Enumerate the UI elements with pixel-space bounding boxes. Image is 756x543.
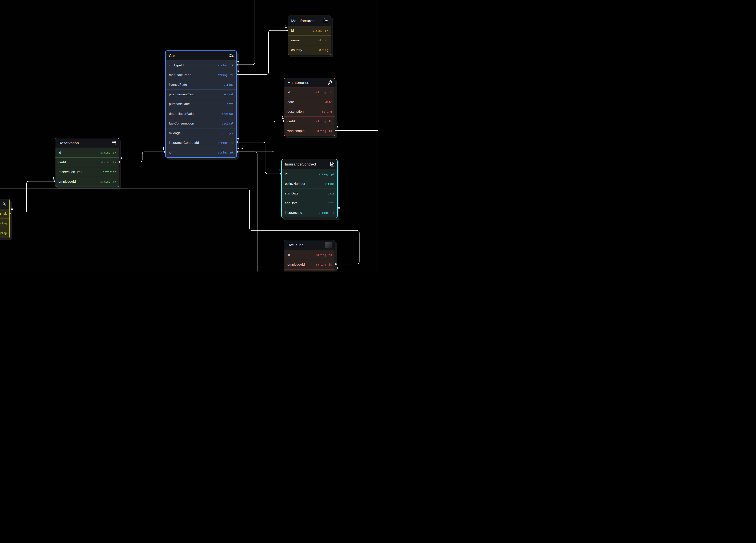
field-row-description[interactable]: descriptionstring [284,107,335,116]
field-type: stringfk [218,141,233,144]
calendar-icon [111,140,116,145]
cardinality-marker-many: * [237,60,239,65]
cardinality-marker-many: * [242,147,243,152]
entity-table-manufacturer[interactable]: Manufactureridstringpknamestringcountrys… [288,16,331,55]
table-header-car[interactable]: Car [166,51,236,60]
field-row-clipped[interactable]: string [0,218,9,228]
relationship-line-r-reservation-car[interactable] [120,152,164,162]
cardinality-marker-many: * [337,266,339,272]
entity-table-reservation[interactable]: ReservationidstringpkcarIdstringfkreserv… [55,138,119,187]
relationship-line-r-reservation-employee[interactable] [10,181,55,213]
field-row-clipped[interactable]: string [0,228,9,238]
field-name: procurementCost [169,92,195,96]
table-title: Refueling [287,243,304,247]
entity-table-refueling[interactable]: RefuelingidstringpkemployeeIdstringfk [284,240,335,272]
cardinality-marker-one: 1 [279,168,281,172]
entity-table-car[interactable]: CarcarTypeIdstringfkmanufacturerIdstring… [165,50,237,158]
field-type: stringfk [316,120,332,123]
field-row-id[interactable]: idstringpk [55,148,119,157]
relationship-line-r-manufacturer[interactable] [237,30,287,74]
field-name: id [285,172,287,176]
field-type: string [0,222,7,225]
field-row-country[interactable]: countrystring [288,45,331,55]
field-row-licensePlate[interactable]: licensePlatestring [166,80,236,89]
entity-table-insurance_contract[interactable]: InsuranceContractidstringpkpolicyNumbers… [281,159,338,218]
cardinality-marker-many: * [338,206,340,211]
table-header-insurance_contract[interactable]: InsuranceContract [282,159,337,169]
field-row-mileage[interactable]: mileageinteger [166,128,236,138]
field-name: id [58,151,61,155]
relationship-line-r-insurance[interactable] [237,142,281,174]
entity-table-maintenance[interactable]: Maintenanceidstringpkdatedatedescription… [284,78,335,136]
field-row-insuranceContractId[interactable]: insuranceContractIdstringfk [166,138,236,147]
fuel-placeholder-icon [325,242,332,248]
relationship-line-r-maintenance[interactable] [237,121,283,152]
field-row-employeeId[interactable]: employeeIdstringfk [55,177,119,186]
cardinality-marker-many: * [237,147,239,152]
field-type: decimal [222,122,233,125]
field-type: string [318,39,328,42]
field-type: string [324,182,334,185]
field-type: stringfk [316,129,332,133]
field-row-carTypeId[interactable]: carTypeIdstringfk [166,60,236,70]
field-name: endDate [285,201,297,205]
table-header-manufacturer[interactable]: Manufacturer [288,16,331,26]
cardinality-marker-many: * [121,157,123,162]
field-name: name [291,38,300,42]
field-name: startDate [285,191,298,195]
field-name: licensePlate [169,83,187,87]
field-row-id[interactable]: idstringpk [282,169,337,179]
entity-table-employee_partial[interactable]: stringpkstringstring [0,198,10,238]
table-header-maintenance[interactable]: Maintenance [284,78,335,87]
field-row-workshopId[interactable]: workshopIdstringfk [284,126,335,136]
field-name: id [291,29,294,33]
field-row-procurementCost[interactable]: procurementCostdecimal [166,89,236,99]
field-type: stringpk [218,151,233,154]
table-header-refueling[interactable]: Refueling [284,240,335,250]
field-row-policyNumber[interactable]: policyNumberstring [282,179,337,188]
car-icon [229,53,234,58]
field-row-clipped[interactable]: stringpk [0,209,9,218]
field-row-date[interactable]: datedate [284,97,335,107]
field-type: integer [222,132,233,135]
field-row-reservationTime[interactable]: reservationTimedatetime [55,167,119,177]
field-name: carId [287,119,295,123]
cardinality-marker-one: 1 [285,25,287,29]
field-row-manufacturerId[interactable]: manufacturerIdstringfk [166,70,236,80]
factory-icon [323,18,328,23]
field-row-employeeId[interactable]: employeeIdstringfk [284,260,335,269]
field-name: id [287,253,290,257]
field-type: stringpk [100,151,116,154]
field-type: decimal [222,93,233,96]
table-title: Reservation [58,141,79,145]
field-row-id[interactable]: idstringpk [288,26,331,35]
field-name: depreciationValue [169,112,195,116]
field-row-endDate[interactable]: endDatedate [282,198,337,208]
field-row-id[interactable]: idstringpk [166,147,236,157]
field-row-id[interactable]: idstringpk [284,250,335,260]
field-row-startDate[interactable]: startDatedate [282,188,337,198]
field-row-id[interactable]: idstringpk [284,87,335,97]
table-header-reservation[interactable]: Reservation [55,138,119,148]
field-row-carId[interactable]: carIdstringfk [284,116,335,126]
field-row-insuranceId[interactable]: insuranceIdstringfk [282,208,337,217]
field-row-carId[interactable]: carIdstringfk [55,157,119,167]
field-name: mileage [169,131,181,135]
field-row-depreciationValue[interactable]: depreciationValuedecimal [166,109,236,118]
field-name: employeeId [287,262,305,266]
field-row-fuelConsumption[interactable]: fuelConsumptiondecimal [166,119,236,128]
field-type: stringpk [319,172,334,176]
cardinality-marker-many: * [237,137,239,142]
table-title: Car [169,54,175,58]
field-row-purchaseDate[interactable]: purchaseDatedate [166,99,236,109]
field-name: purchaseDate [169,102,190,106]
field-name: insuranceId [285,211,302,215]
relationship-line-r-cartype[interactable] [238,0,255,65]
field-row-name[interactable]: namestring [288,35,331,45]
field-name: id [169,150,171,154]
connection-endpoint-dot[interactable] [335,263,337,265]
table-header-employee_partial[interactable] [0,199,9,209]
field-type: stringpk [316,91,332,94]
er-diagram-canvas[interactable]: Manufactureridstringpknamestringcountrys… [0,0,378,272]
relationship-line-r-refueling-car[interactable] [237,152,257,272]
